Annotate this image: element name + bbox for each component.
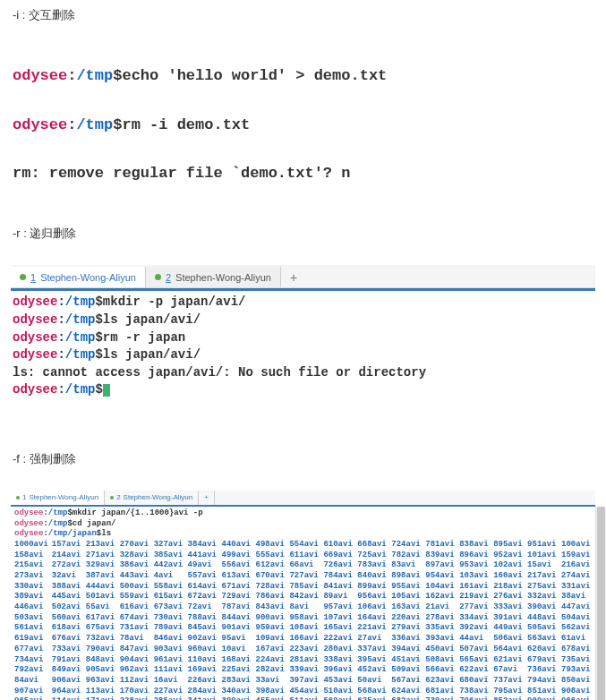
- ls-item: 49avi: [188, 560, 218, 571]
- ls-item: 568avi: [357, 687, 388, 697]
- ls-item: 102avi: [493, 560, 524, 571]
- ls-item: 789avi: [154, 623, 184, 634]
- ls-item: 83avi: [391, 560, 422, 571]
- ls-item: 724avi: [391, 540, 422, 551]
- ls-item: 901avi: [222, 623, 252, 634]
- ls-item: 668avi: [357, 540, 388, 551]
- ls-item: 782avi: [391, 551, 422, 561]
- ls-item: 739avi: [425, 696, 456, 700]
- ls-item: 448avi: [527, 613, 558, 624]
- ls-item: 221avi: [357, 623, 388, 634]
- ls-item: 563avi: [527, 634, 558, 645]
- ls-item: 793avi: [561, 665, 592, 676]
- ls-item: 336avi: [391, 634, 422, 645]
- ls-item: 678avi: [561, 645, 592, 655]
- term3-line3: odysee:/tmp/japan$ls: [14, 529, 592, 540]
- cmd-ls3: $ls: [97, 529, 111, 538]
- ls-item: 839avi: [425, 551, 456, 561]
- ls-item: 225avi: [222, 665, 252, 676]
- tab-1[interactable]: 1 Stephen-Wong-Aliyun: [11, 267, 146, 287]
- ls-item: 159avi: [561, 551, 592, 561]
- ls-item: 385avi: [154, 551, 184, 561]
- ls-item: 791avi: [52, 655, 82, 666]
- tab-2[interactable]: 2 Stephen-Wong-Aliyun: [146, 267, 281, 287]
- ls-item: 507avi: [459, 645, 490, 655]
- ls-item: 219avi: [459, 592, 490, 602]
- ls-item: 281avi: [289, 655, 320, 666]
- tab-add-button[interactable]: +: [281, 267, 306, 287]
- ls-item: 103avi: [459, 571, 490, 582]
- ls-item: 390avi: [527, 602, 558, 613]
- ls-item: 283avi: [222, 676, 252, 687]
- ls-item: 732avi: [86, 634, 116, 645]
- ls-item: 451avi: [391, 655, 422, 666]
- ls-item: 963avi: [86, 676, 116, 687]
- ls-item: 899avi: [357, 582, 388, 593]
- ls-item: 959avi: [256, 623, 286, 634]
- ls-item: 61avi: [561, 634, 592, 645]
- ls-item: 954avi: [425, 571, 456, 582]
- ls-item: 731avi: [120, 623, 150, 634]
- ls-item: 282avi: [256, 665, 286, 676]
- ls-item: 278avi: [425, 613, 456, 624]
- ls-item: 557avi: [188, 571, 218, 582]
- ls-item: 622avi: [459, 665, 490, 676]
- ls-item: 50avi: [357, 676, 388, 687]
- ls-item: 15avi: [527, 560, 558, 571]
- tab-small-1[interactable]: 1 Stephen-Wong-Aliyun: [11, 491, 105, 505]
- ls-item: 841avi: [323, 582, 354, 593]
- ls-output-grid: 1000avi157avi213avi270avi327avi384avi440…: [14, 540, 592, 700]
- ls-item: 384avi: [188, 540, 218, 551]
- ls-error-output: ls: cannot access japan/avi/: No such fi…: [13, 365, 426, 380]
- ls-item: 564avi: [493, 645, 524, 655]
- ls-item: 788avi: [188, 613, 218, 624]
- ls-item: 277avi: [459, 602, 490, 613]
- ls-item: 680avi: [459, 676, 490, 687]
- ls-item: 389avi: [14, 592, 48, 602]
- ls-item: 966avi: [561, 696, 592, 700]
- ls-item: 446avi: [14, 602, 48, 613]
- ls-item: 95avi: [222, 634, 252, 645]
- ls-item: 170avi: [120, 687, 150, 697]
- ls-item: 852avi: [493, 696, 524, 700]
- scroll-thumb[interactable]: [597, 507, 605, 700]
- ls-item: 846avi: [154, 634, 184, 645]
- ls-item: 900avi: [256, 613, 286, 624]
- ls-item: 108avi: [289, 623, 320, 634]
- ls-item: 275avi: [527, 582, 558, 593]
- prompt-path: /tmp: [76, 67, 113, 84]
- ls-item: 730avi: [154, 613, 184, 624]
- scrollbar[interactable]: [595, 507, 606, 700]
- tab-small-2[interactable]: 2 Stephen-Wong-Aliyun: [105, 491, 199, 505]
- ls-item: 157avi: [52, 540, 82, 551]
- ls-item: 341avi: [188, 696, 218, 700]
- ls-item: 216avi: [561, 560, 592, 571]
- ls-item: 795avi: [493, 687, 524, 697]
- status-dot-icon: [155, 274, 161, 280]
- ls-item: 449avi: [493, 623, 524, 634]
- ls-item: 110avi: [188, 655, 218, 666]
- section-label-i: -i : 交互删除: [0, 0, 606, 30]
- ls-item: 441avi: [188, 551, 218, 561]
- ls-item: 682avi: [391, 696, 422, 700]
- ls-item: 965avi: [14, 696, 48, 700]
- prompt-user: odysee: [13, 67, 67, 84]
- ls-item: 223avi: [289, 645, 320, 655]
- section-label-r: -r : 递归删除: [0, 218, 606, 249]
- term2-line4: odysee:/tmp$ls japan/avi/: [13, 346, 593, 364]
- ls-item: 440avi: [222, 540, 252, 551]
- ls-item: 728avi: [256, 582, 286, 593]
- ls-item: 559avi: [120, 592, 150, 602]
- ls-item: 8avi: [289, 602, 320, 613]
- ls-item: 331avi: [561, 582, 592, 593]
- ls-item: 906avi: [52, 676, 82, 687]
- ls-item: 895avi: [493, 540, 524, 551]
- ls-item: 101avi: [527, 551, 558, 561]
- terminal-cursor: [103, 384, 110, 397]
- ls-item: 738avi: [459, 687, 490, 697]
- tab-add-small[interactable]: +: [199, 491, 215, 505]
- ls-item: 624avi: [391, 687, 422, 697]
- ls-item: 736avi: [527, 665, 558, 676]
- ls-item: 902avi: [188, 634, 218, 645]
- ls-item: 504avi: [561, 613, 592, 624]
